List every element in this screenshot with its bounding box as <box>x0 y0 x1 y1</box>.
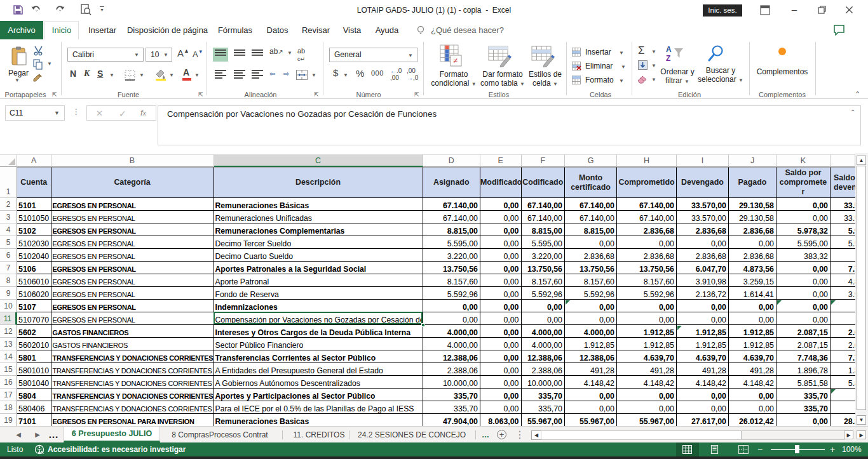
svg-text:≠: ≠ <box>453 56 458 65</box>
svg-text:Z: Z <box>666 54 670 63</box>
svg-text:A: A <box>666 45 672 54</box>
